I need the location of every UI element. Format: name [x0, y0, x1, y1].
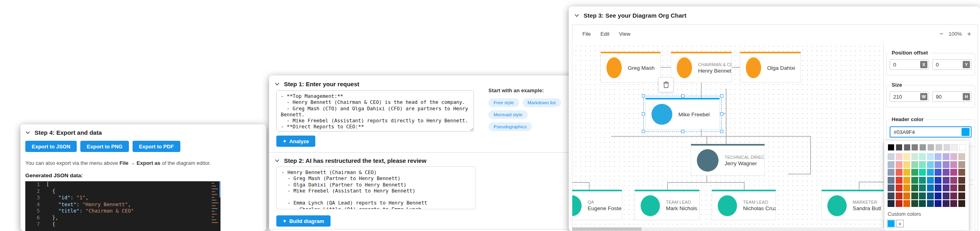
palette-swatch[interactable] — [958, 169, 965, 176]
palette-swatch[interactable] — [888, 153, 894, 160]
palette-swatch[interactable] — [911, 169, 918, 176]
palette-swatch[interactable] — [896, 161, 902, 168]
palette-swatch[interactable] — [927, 153, 934, 160]
example-chip-pseudographics[interactable]: Pseudographics — [488, 122, 532, 131]
palette-swatch[interactable] — [888, 200, 894, 207]
scrollbar-thumb[interactable] — [572, 227, 641, 231]
palette-swatch[interactable] — [911, 200, 918, 207]
palette-swatch[interactable] — [943, 177, 949, 184]
palette-swatch[interactable] — [903, 184, 910, 191]
export-png-button[interactable]: Export to PNG — [80, 141, 129, 152]
resize-handle[interactable] — [681, 130, 684, 133]
palette-swatch[interactable] — [896, 144, 902, 151]
palette-swatch[interactable] — [950, 161, 957, 168]
palette-swatch[interactable] — [927, 184, 934, 191]
palette-swatch[interactable] — [903, 177, 910, 184]
palette-swatch[interactable] — [958, 200, 965, 207]
palette-swatch[interactable] — [951, 144, 958, 151]
palette-swatch[interactable] — [935, 153, 941, 160]
example-chip-mermaid-style[interactable]: Mermaid style — [488, 110, 528, 119]
palette-swatch[interactable] — [943, 200, 949, 207]
palette-swatch[interactable] — [896, 192, 902, 199]
palette-swatch[interactable] — [896, 177, 902, 184]
analyze-button[interactable]: ✦ Analyze — [276, 136, 315, 147]
org-node-greg[interactable]: Greg Mash — [600, 52, 661, 83]
collapse-chevron-icon[interactable] — [275, 159, 280, 162]
org-node-sandra[interactable]: MARKETERSandra Butl — [821, 190, 884, 220]
palette-swatch[interactable] — [903, 200, 910, 207]
palette-swatch[interactable] — [935, 200, 941, 207]
collapse-chevron-icon[interactable] — [275, 82, 280, 86]
custom-color-swatch[interactable] — [888, 220, 894, 227]
palette-swatch[interactable] — [943, 184, 949, 191]
palette-swatch[interactable] — [888, 144, 894, 151]
palette-swatch[interactable] — [919, 153, 926, 160]
palette-swatch[interactable] — [958, 153, 965, 160]
menu-edit[interactable]: Edit — [600, 31, 609, 37]
json-code-editor[interactable]: 1[2 {3 "id": "1",4 "text": "Henry Bennet… — [25, 181, 220, 231]
palette-swatch[interactable] — [927, 192, 934, 199]
zoom-out-button[interactable]: − — [939, 30, 943, 37]
palette-swatch[interactable] — [903, 169, 910, 176]
resize-handle[interactable] — [720, 94, 723, 97]
palette-swatch[interactable] — [958, 177, 965, 184]
org-node-nicholas[interactable]: TEAM LEADNicholas Cruz — [712, 190, 776, 220]
org-node-jerry[interactable]: TECHNICAL DIREC…Jerry Wagner — [691, 144, 765, 176]
resize-handle[interactable] — [720, 112, 723, 116]
export-pdf-button[interactable]: Export to PDF — [133, 141, 180, 152]
menu-file[interactable]: File — [582, 31, 591, 37]
example-chip-markdown-list[interactable]: Markdown list — [523, 98, 561, 107]
resize-handle[interactable] — [642, 94, 645, 97]
palette-swatch[interactable] — [888, 184, 894, 191]
palette-swatch[interactable] — [919, 169, 926, 176]
add-custom-color-button[interactable]: + — [896, 220, 904, 227]
resize-handle[interactable] — [642, 130, 645, 133]
palette-swatch[interactable] — [943, 153, 949, 160]
palette-swatch[interactable] — [950, 184, 957, 191]
palette-swatch[interactable] — [935, 192, 941, 199]
palette-swatch[interactable] — [958, 161, 965, 168]
palette-swatch[interactable] — [958, 184, 965, 191]
palette-swatch[interactable] — [919, 177, 926, 184]
palette-swatch[interactable] — [911, 161, 918, 168]
delete-node-button[interactable] — [658, 77, 674, 92]
header-color-input[interactable] — [890, 126, 972, 138]
palette-swatch[interactable] — [888, 169, 894, 176]
palette-swatch[interactable] — [935, 161, 941, 168]
palette-swatch[interactable] — [927, 177, 934, 184]
palette-swatch[interactable] — [911, 144, 918, 151]
palette-swatch[interactable] — [896, 184, 902, 191]
palette-swatch[interactable] — [896, 169, 902, 176]
restructured-text[interactable]: - Henry Bennett (Chairman & CEO) - Greg … — [276, 166, 476, 209]
palette-swatch[interactable] — [919, 192, 926, 199]
palette-swatch[interactable] — [911, 177, 918, 184]
palette-swatch[interactable] — [896, 200, 902, 207]
collapse-chevron-icon[interactable] — [574, 14, 579, 17]
org-node-olga[interactable]: Olga Dahixi — [740, 52, 801, 83]
palette-swatch[interactable] — [919, 161, 926, 168]
palette-swatch[interactable] — [943, 169, 949, 176]
palette-swatch[interactable] — [927, 169, 934, 176]
example-chip-free-style[interactable]: Free style — [488, 98, 519, 107]
palette-swatch[interactable] — [911, 153, 918, 160]
collapse-chevron-icon[interactable] — [25, 131, 30, 134]
palette-swatch[interactable] — [943, 161, 949, 168]
current-color-swatch[interactable] — [962, 128, 970, 136]
palette-swatch[interactable] — [927, 144, 934, 151]
palette-swatch[interactable] — [896, 153, 902, 160]
palette-swatch[interactable] — [935, 177, 941, 184]
palette-swatch[interactable] — [911, 184, 918, 191]
palette-swatch[interactable] — [950, 153, 957, 160]
palette-swatch[interactable] — [950, 169, 957, 176]
palette-swatch[interactable] — [935, 144, 942, 151]
palette-swatch[interactable] — [943, 144, 950, 151]
request-textarea[interactable]: - **Top Management:** - Henry Bennett (C… — [276, 90, 474, 132]
palette-swatch[interactable] — [943, 192, 949, 199]
palette-swatch[interactable] — [959, 144, 966, 151]
menu-view[interactable]: View — [619, 31, 630, 37]
palette-swatch[interactable] — [935, 169, 941, 176]
export-json-button[interactable]: Export to JSON — [25, 141, 77, 152]
org-node-eugene[interactable]: QAEugene Foster — [572, 190, 622, 220]
palette-swatch[interactable] — [919, 184, 926, 191]
palette-swatch[interactable] — [958, 192, 965, 199]
